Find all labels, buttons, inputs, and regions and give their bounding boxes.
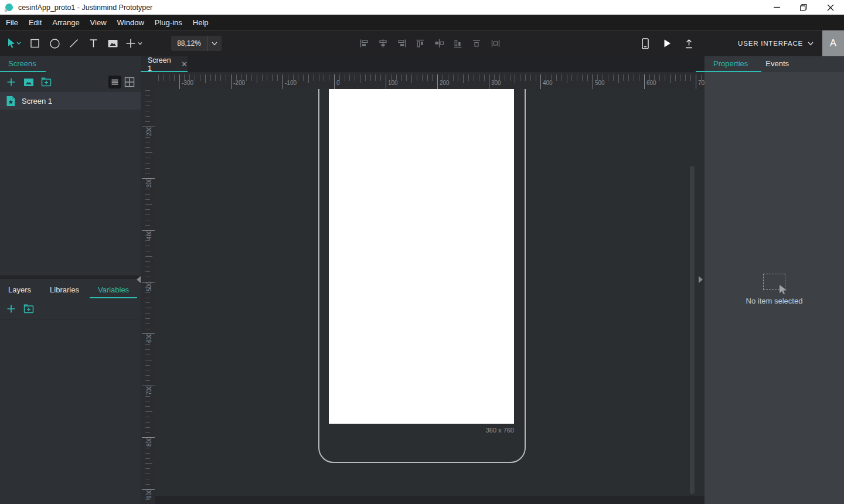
ruler-label: -100 [285,80,297,86]
ruler-tick [670,74,671,83]
minimize-button[interactable] [763,0,790,15]
text-tool-button[interactable] [86,34,101,53]
add-variable-folder-button[interactable] [22,302,35,315]
ruler-tick [145,267,150,267]
align-bottom-button[interactable] [451,37,464,50]
ruler-tick [145,235,150,236]
tab-variables[interactable]: Variables [90,285,137,298]
tab-properties[interactable]: Properties [705,59,757,72]
screens-view-toggles [108,76,136,88]
ruler-tick [246,74,247,81]
add-screen-button[interactable] [5,76,18,88]
tab-libraries[interactable]: Libraries [39,285,90,298]
ruler-tick [145,287,150,288]
chevron-down-icon[interactable] [207,42,222,46]
ui-mode-dropdown[interactable]: USER INTERFACE [738,30,814,56]
canvas-viewport[interactable]: 360 x 760 [155,89,705,504]
ruler-tick [551,74,552,81]
ruler-tick [680,74,680,81]
zoom-control[interactable]: 88,12% [171,36,222,51]
no-selection-cursor-icon [763,274,785,290]
screen-list-item[interactable]: Screen 1 [0,92,141,110]
align-bottom-icon [453,39,462,49]
menu-view[interactable]: View [85,15,112,30]
tab-screens[interactable]: Screens [0,59,45,72]
empty-selection-label: No item selected [746,297,803,305]
device-preview-button[interactable] [638,34,653,53]
menu-plugins[interactable]: Plug-ins [149,15,188,30]
tab-events[interactable]: Events [757,59,797,72]
ruler-tick [432,74,433,81]
expand-right-panel-arrow[interactable] [699,276,703,283]
add-widget-tool-button[interactable] [124,34,144,53]
document-tab-screen1[interactable]: Screen 1 ✕ [141,56,188,72]
collapse-left-panel-arrow[interactable] [137,276,141,283]
play-simulation-button[interactable] [659,34,675,53]
image-icon [23,78,34,87]
ruler-tick [145,256,152,257]
canvas-body: 200300400500600700800900 360 x 760 [141,89,705,504]
folder-plus-icon [41,77,52,87]
ruler-tick [437,74,438,89]
line-tool-button[interactable] [66,34,81,53]
add-image-screen-button[interactable] [22,76,35,88]
ruler-tick [349,74,350,81]
list-view-button[interactable] [108,76,121,88]
publish-upload-button[interactable] [681,34,696,53]
variables-toolbar [0,298,141,319]
ruler-tick [145,111,150,111]
menu-window[interactable]: Window [112,15,149,30]
horizontal-scrollbar-track[interactable] [155,496,705,504]
ruler-tick [145,432,150,433]
account-avatar[interactable]: A [822,30,844,56]
menu-arrange[interactable]: Arrange [47,15,84,30]
ellipse-tool-button[interactable] [47,34,62,53]
restore-button[interactable] [790,0,817,15]
align-middle-vertical-button[interactable] [433,37,445,50]
menu-edit[interactable]: Edit [23,15,47,30]
ruler-tick [690,74,691,81]
distribute-vertical-button[interactable] [470,37,483,50]
ruler-tick [370,74,371,81]
selection-tool-icon [6,38,22,49]
distribute-horizontal-button[interactable] [489,37,502,50]
vertical-scrollbar[interactable] [690,166,695,494]
ruler-tick [345,74,345,81]
artboard[interactable] [329,89,514,424]
align-top-button[interactable] [414,37,427,50]
add-screen-template-button[interactable] [40,76,53,88]
align-tools-group [358,30,502,56]
menu-file[interactable]: File [1,15,23,30]
ruler-tick [145,209,150,210]
align-center-horizontal-button[interactable] [376,37,389,50]
rectangle-tool-button[interactable] [28,34,43,53]
right-tab-bar: Properties Events [705,56,844,72]
ruler-tick [145,101,152,101]
ruler-tick [145,173,150,173]
ruler-tick [618,74,619,83]
align-right-button[interactable] [395,37,408,50]
selection-tool-button[interactable] [5,34,23,53]
ruler-tick [308,74,309,83]
grid-view-button[interactable] [123,76,136,88]
close-tab-icon[interactable]: ✕ [181,60,188,68]
folder-plus-icon [23,304,34,314]
image-tool-button[interactable] [105,34,120,53]
ruler-tick [644,74,645,89]
ruler-tick [145,401,150,401]
close-button[interactable] [817,0,844,15]
ruler-tick [411,74,412,83]
ruler-tick [226,74,226,81]
ruler-tick [401,74,402,81]
tab-layers[interactable]: Layers [0,285,39,298]
ruler-tick [145,355,150,355]
empty-selection-state: No item selected [705,274,844,305]
add-variable-button[interactable] [5,302,18,315]
ruler-label: 500 [146,281,152,291]
ruler-tick [169,74,169,81]
align-left-button[interactable] [358,37,370,50]
zoom-value[interactable]: 88,12% [171,39,207,47]
ruler-label: 200 [146,126,152,136]
menu-help[interactable]: Help [188,15,214,30]
ruler-tick [145,163,150,164]
